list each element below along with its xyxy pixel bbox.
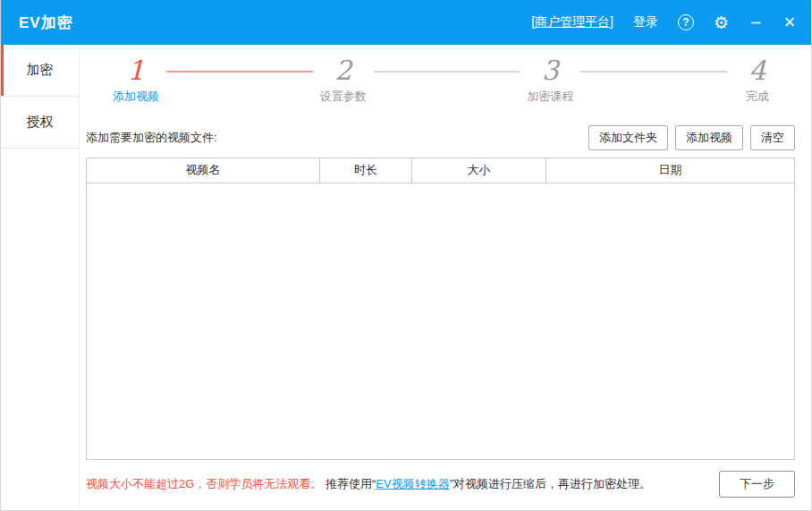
column-header-size: 大小 [412, 158, 546, 183]
step-1-label: 添加视频 [113, 89, 159, 105]
column-header-video-name: 视频名 [87, 158, 320, 183]
toolbar-row: 添加需要加密的视频文件: 添加文件夹 添加视频 清空 [86, 125, 795, 150]
column-header-duration: 时长 [320, 158, 412, 183]
next-step-button[interactable]: 下一步 [719, 471, 795, 498]
ev-converter-link[interactable]: EV视频转换器 [376, 477, 449, 490]
step-4-number: 4 [749, 55, 765, 86]
main-row: 加密 授权 1 添加视频 2 设置参数 [1, 45, 811, 510]
app-window: EV加密 [商户管理平台] 登录 ? ⚙ ─ × 加密 授权 [0, 0, 812, 511]
app-title: EV加密 [19, 13, 73, 33]
content-area: 1 添加视频 2 设置参数 3 加密课程 4 完成 [80, 45, 811, 510]
table-body-empty [87, 183, 794, 459]
active-tab-indicator [1, 45, 4, 96]
step-4-label: 完成 [746, 89, 769, 105]
minimize-button[interactable]: ─ [749, 14, 763, 31]
step-2-number: 2 [334, 55, 351, 86]
add-folder-button[interactable]: 添加文件夹 [588, 125, 668, 150]
table-header-row: 视频名 时长 大小 日期 [87, 158, 794, 183]
step-connector-1 [166, 71, 313, 72]
tip-suffix-text: ”对视频进行压缩后，再进行加密处理。 [450, 477, 651, 490]
size-warning-text: 视频大小不能超过2G，否则学员将无法观看。 [86, 477, 322, 490]
video-table: 视频名 时长 大小 日期 [86, 158, 795, 460]
titlebar-actions: [商户管理平台] 登录 ? ⚙ ─ × [531, 13, 797, 32]
clear-button[interactable]: 清空 [750, 125, 795, 150]
close-button[interactable]: × [782, 14, 797, 30]
step-2-set-params: 2 设置参数 [318, 55, 368, 105]
settings-gear-icon[interactable]: ⚙ [714, 13, 729, 32]
help-icon[interactable]: ? [678, 14, 694, 30]
step-1-add-video: 1 添加视频 [111, 55, 161, 105]
merchant-platform-link[interactable]: [商户管理平台] [531, 14, 613, 30]
step-3-encrypt-course: 3 加密课程 [525, 55, 575, 105]
titlebar: EV加密 [商户管理平台] 登录 ? ⚙ ─ × [1, 0, 811, 45]
toolbar-buttons: 添加文件夹 添加视频 清空 [588, 125, 795, 150]
footer: 视频大小不能超过2G，否则学员将无法观看。 推荐使用“EV视频转换器”对视频进行… [86, 471, 795, 498]
login-button[interactable]: 登录 [633, 14, 658, 30]
sidebar: 加密 授权 [1, 45, 80, 510]
step-connector-3 [580, 71, 727, 72]
step-3-label: 加密课程 [527, 89, 573, 105]
stepper: 1 添加视频 2 设置参数 3 加密课程 4 完成 [86, 45, 795, 104]
step-4-complete: 4 完成 [732, 55, 782, 105]
step-connector-2 [374, 71, 520, 72]
step-1-number: 1 [127, 55, 144, 86]
sidebar-item-authorize[interactable]: 授权 [1, 97, 79, 149]
add-files-label: 添加需要加密的视频文件: [86, 130, 217, 146]
add-video-button[interactable]: 添加视频 [675, 125, 743, 150]
step-2-label: 设置参数 [320, 89, 367, 105]
step-3-number: 3 [542, 55, 559, 86]
tip-prefix-text: 推荐使用“ [326, 477, 376, 490]
column-header-date: 日期 [546, 158, 794, 183]
sidebar-item-encrypt[interactable]: 加密 [1, 45, 79, 97]
footer-text: 视频大小不能超过2G，否则学员将无法观看。 推荐使用“EV视频转换器”对视频进行… [86, 476, 651, 492]
sidebar-item-encrypt-label: 加密 [27, 62, 54, 79]
sidebar-item-authorize-label: 授权 [27, 114, 54, 131]
